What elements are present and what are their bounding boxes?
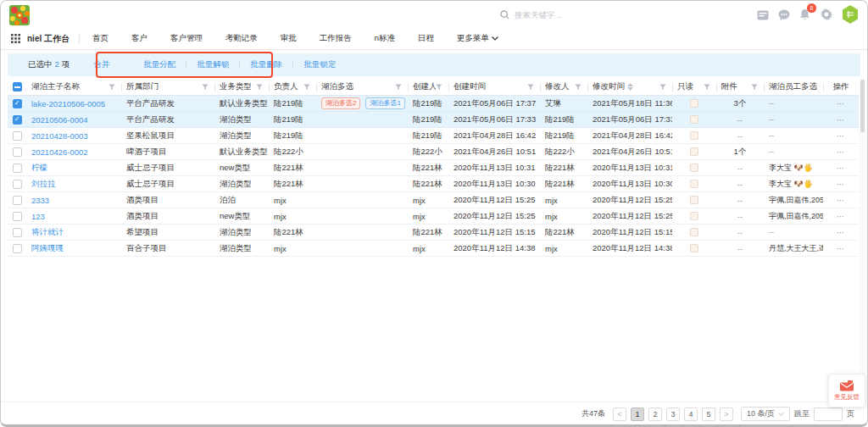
record-name-link[interactable]: 将计就计 bbox=[31, 227, 64, 238]
nav-more-menu[interactable]: 更多菜单 bbox=[457, 33, 498, 44]
col-header-department[interactable]: 所属部门 bbox=[121, 79, 214, 95]
table-row[interactable]: 123 酒类项目 new类型 mjx mjx 2020年11月12日 15:25… bbox=[8, 208, 859, 225]
filter-icon[interactable] bbox=[527, 84, 534, 91]
table-row[interactable]: lake-20210506-0005 平台产品研发 默认业务类型 陆219陆 湖… bbox=[8, 96, 859, 112]
table-row[interactable]: 20210506-0004 平台产品研发 湖泊类型 陆219陆 陆219陆 20… bbox=[8, 112, 859, 128]
col-header-business-type[interactable]: 业务类型 bbox=[214, 79, 269, 95]
row-checkbox[interactable] bbox=[13, 99, 22, 108]
batch-lock-button[interactable]: 批量锁定 bbox=[293, 59, 346, 70]
record-name-link[interactable]: 20210426-0002 bbox=[31, 147, 88, 157]
record-name-link[interactable]: 123 bbox=[31, 212, 45, 221]
table-row[interactable]: 20210428-0003 坚果松鼠项目 湖泊类型 陆219陆 陆219陆 20… bbox=[8, 128, 859, 144]
gear-icon[interactable] bbox=[815, 8, 837, 20]
filter-icon[interactable] bbox=[108, 84, 115, 91]
record-name-link[interactable]: lake-20210506-0005 bbox=[31, 99, 105, 108]
row-actions-button[interactable]: ⋯ bbox=[837, 244, 846, 253]
record-name-link[interactable]: 20210506-0004 bbox=[31, 115, 88, 125]
calendar-icon[interactable] bbox=[752, 9, 773, 20]
workspace-title[interactable]: niel 工作台 bbox=[27, 33, 70, 45]
nav-item-schedule[interactable]: 日程 bbox=[418, 33, 434, 44]
nav-item-home[interactable]: 首页 bbox=[92, 33, 108, 44]
row-checkbox[interactable] bbox=[13, 244, 22, 253]
row-checkbox[interactable] bbox=[13, 131, 22, 141]
next-page-button[interactable]: > bbox=[720, 408, 733, 421]
jump-page-input[interactable] bbox=[814, 408, 843, 421]
col-header-modifier[interactable]: 修改人 bbox=[540, 79, 587, 95]
message-icon[interactable] bbox=[773, 9, 794, 20]
page-button-4[interactable]: 4 bbox=[684, 408, 698, 421]
row-actions-button[interactable]: ⋯ bbox=[837, 228, 846, 237]
row-checkbox[interactable] bbox=[13, 212, 22, 221]
table-row[interactable]: 2333 酒类项目 泊泊 mjx mjx 2020年11月12日 15:25 m… bbox=[8, 192, 859, 208]
row-actions-button[interactable]: ⋯ bbox=[837, 180, 846, 189]
row-checkbox[interactable] bbox=[13, 180, 22, 189]
select-all-checkbox[interactable] bbox=[13, 82, 22, 92]
vertical-scrollbar-thumb[interactable] bbox=[860, 80, 865, 132]
row-checkbox[interactable] bbox=[13, 228, 22, 237]
filter-icon[interactable] bbox=[751, 84, 758, 91]
filter-icon[interactable] bbox=[202, 84, 209, 91]
batch-unlock-button[interactable]: 批量解锁 bbox=[186, 59, 239, 70]
col-header-readonly[interactable]: 只读 bbox=[672, 79, 716, 95]
record-name-link[interactable]: 刘拉拉 bbox=[31, 179, 56, 190]
col-header-attachment[interactable]: 附件 bbox=[716, 79, 764, 95]
record-name-link[interactable]: 柠檬 bbox=[31, 163, 47, 174]
row-actions-button[interactable]: ⋯ bbox=[837, 164, 846, 173]
nav-item-attendance[interactable]: 考勤记录 bbox=[225, 33, 258, 44]
bell-icon[interactable]: 8 bbox=[794, 8, 815, 20]
filter-icon[interactable] bbox=[303, 84, 310, 91]
filter-icon[interactable] bbox=[704, 84, 710, 91]
row-checkbox[interactable] bbox=[13, 164, 22, 173]
multiselect-tags-cell bbox=[316, 208, 408, 224]
table-row[interactable]: 柠檬 威士忌子项目 new类型 陆221林 陆221林 2020年11月13日 … bbox=[8, 160, 859, 176]
batch-assign-button[interactable]: 批量分配 bbox=[133, 59, 186, 70]
row-actions-button[interactable]: ⋯ bbox=[837, 115, 846, 125]
nav-item-work-report[interactable]: 工作报告 bbox=[320, 33, 352, 44]
page-size-select[interactable]: 10 条/页 bbox=[741, 407, 790, 421]
nav-item-customer-mgmt[interactable]: 客户管理 bbox=[170, 33, 203, 44]
row-actions-button[interactable]: ⋯ bbox=[837, 131, 846, 141]
nav-item-customers[interactable]: 客户 bbox=[131, 33, 147, 44]
row-checkbox[interactable] bbox=[13, 115, 22, 125]
col-header-name[interactable]: 湖泊主子名称 bbox=[26, 79, 121, 95]
prev-page-button[interactable]: < bbox=[613, 408, 626, 421]
row-actions-button[interactable]: ⋯ bbox=[837, 212, 846, 221]
table-row[interactable]: 将计就计 希望项目 湖泊类型 陆221林 陆221林 2020年11月12日 1… bbox=[8, 225, 859, 241]
col-header-multiselect[interactable]: 湖泊多选 bbox=[316, 79, 408, 95]
avatar[interactable] bbox=[842, 5, 859, 24]
sort-icon[interactable] bbox=[627, 83, 633, 91]
app-logo[interactable] bbox=[9, 5, 30, 25]
page-button-3[interactable]: 3 bbox=[666, 408, 680, 421]
nav-item-n-standard[interactable]: n标准 bbox=[375, 33, 395, 44]
nav-item-approval[interactable]: 审批 bbox=[281, 33, 297, 44]
row-checkbox[interactable] bbox=[13, 147, 22, 157]
apps-grid-icon[interactable] bbox=[11, 34, 20, 43]
batch-delete-button[interactable]: 批量删除 bbox=[240, 59, 292, 70]
search-input[interactable] bbox=[515, 10, 625, 19]
col-header-creator[interactable]: 创建人 bbox=[408, 79, 448, 95]
page-button-2[interactable]: 2 bbox=[648, 408, 662, 421]
record-name-link[interactable]: 2333 bbox=[31, 196, 49, 205]
row-checkbox[interactable] bbox=[13, 196, 22, 205]
page-button-5[interactable]: 5 bbox=[702, 408, 715, 421]
row-actions-button[interactable]: ⋯ bbox=[837, 99, 846, 108]
col-header-modified-time[interactable]: 修改时间 bbox=[587, 79, 672, 95]
table-row[interactable]: 阿姨嘎嘎 百合子项目 湖泊类型 mjx mjx 2020年11月12日 14:3… bbox=[8, 241, 859, 257]
page-button-1[interactable]: 1 bbox=[631, 408, 644, 421]
merge-button[interactable]: 合并 bbox=[93, 59, 109, 70]
filter-icon[interactable] bbox=[659, 84, 666, 91]
col-header-owner[interactable]: 负责人 bbox=[269, 79, 316, 95]
global-search[interactable] bbox=[500, 10, 625, 19]
row-actions-button[interactable]: ⋯ bbox=[837, 147, 846, 157]
filter-icon[interactable] bbox=[256, 84, 263, 91]
record-name-link[interactable]: 阿姨嘎嘎 bbox=[31, 243, 64, 254]
table-row[interactable]: 刘拉拉 威士忌子项目 湖泊类型 陆221林 陆221林 2020年11月13日 … bbox=[8, 176, 859, 192]
filter-icon[interactable] bbox=[575, 84, 581, 91]
record-name-link[interactable]: 20210428-0003 bbox=[31, 131, 88, 141]
feedback-button[interactable]: 意见反馈 bbox=[828, 374, 865, 408]
row-actions-button[interactable]: ⋯ bbox=[837, 196, 846, 205]
table-row[interactable]: 20210426-0002 啤酒子项目 默认业务类型 陆222小 陆222小 2… bbox=[8, 144, 859, 160]
col-header-created-time[interactable]: 创建时间 bbox=[448, 79, 540, 95]
filter-icon[interactable] bbox=[436, 84, 442, 91]
filter-icon[interactable] bbox=[395, 84, 402, 91]
